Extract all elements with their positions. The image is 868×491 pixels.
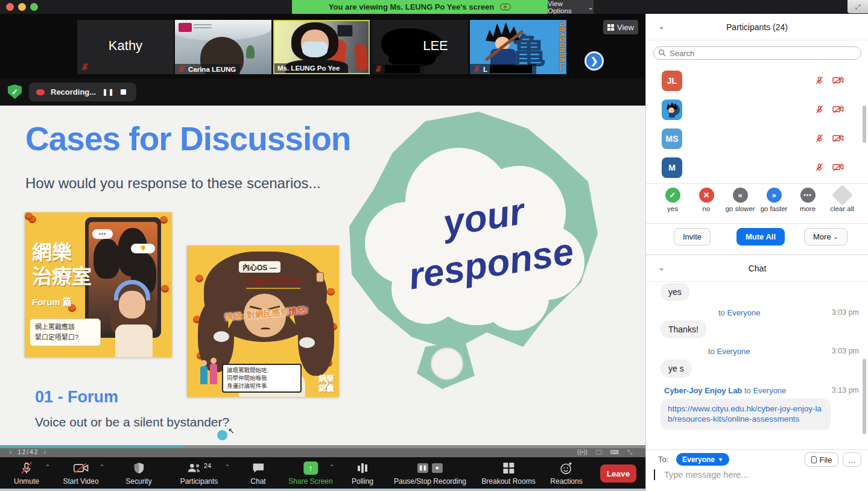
stop-recording-icon[interactable] (121, 89, 126, 95)
bubble-line2: 緊口定唔緊口? (35, 334, 78, 341)
feedback-clear-all-button[interactable]: clear all (825, 188, 859, 212)
tile-name: Ms. LEUNG Po Yee (277, 65, 340, 72)
participant-row[interactable]: MS (646, 124, 861, 153)
unmute-label: Unmute (14, 477, 39, 486)
video-strip: Kathy Carina LEUNG Ms. LEUN (0, 14, 645, 78)
mute-all-button[interactable]: Mute All (737, 228, 785, 246)
next-participants-button[interactable]: ❯ (584, 51, 604, 71)
slide-title: Cases for Discussion (25, 119, 350, 158)
participant-status (815, 134, 844, 143)
tiny-person (210, 364, 217, 384)
video-tile-carina[interactable]: Carina LEUNG (175, 20, 271, 74)
broadcast-icon: ((•)) (577, 449, 588, 456)
chat-title: Chat (646, 264, 868, 273)
file-label: File (820, 455, 832, 464)
mic-muted-icon (815, 76, 824, 85)
poster-badge: 網樂 錦囊 〉 (318, 374, 334, 394)
to-label: To: (658, 455, 668, 464)
feedback-go-faster-button[interactable]: » go faster (757, 188, 791, 212)
mic-muted-icon (14, 461, 39, 475)
search-input[interactable] (653, 46, 861, 60)
view-options-button[interactable]: View Options⌄ (548, 0, 594, 14)
poster-subtitle: Forum 篇 (32, 295, 72, 308)
security-button[interactable]: Security (125, 461, 151, 486)
eraser-icon (831, 185, 852, 206)
collapse-icon: ⤡ (627, 449, 632, 456)
pause-stop-recording-button[interactable]: ❚❚ ■ Pause/Stop Recording (394, 461, 466, 486)
slide-nav-strip: ‹ 12/42 › ((•)) 🖵 ⌨ ⤡ (0, 448, 645, 457)
cloud-recording-icon (500, 4, 511, 10)
video-tile-ms-leung[interactable]: Ms. LEUNG Po Yee (273, 20, 370, 74)
leave-button[interactable]: Leave (600, 464, 636, 483)
mic-muted-icon (473, 65, 481, 73)
smiley-plus-icon (550, 461, 582, 475)
video-options-caret[interactable]: ⌃ (99, 463, 104, 471)
polling-button[interactable]: Polling (352, 461, 373, 486)
plant (246, 45, 255, 59)
share-screen-icon: ↑ (303, 461, 318, 475)
file-button[interactable]: File (805, 452, 838, 467)
unmute-button[interactable]: Unmute (14, 461, 39, 486)
message-placeholder: Type message here... (664, 470, 748, 480)
feedback-no-button[interactable]: ✕ no (689, 188, 723, 212)
view-options-label: View Options (548, 0, 585, 14)
shield-icon (125, 461, 151, 475)
chat-scrollbar[interactable] (863, 359, 866, 434)
participant-row[interactable]: JL (646, 66, 861, 95)
mic-muted-icon (81, 63, 89, 71)
chat-dots-bubble: ••• (92, 229, 113, 239)
breakout-grid-icon (503, 463, 514, 474)
chat-message: ye s (661, 360, 692, 378)
recipient-selector[interactable]: Everyone ▼ (676, 453, 729, 466)
mic-options-caret[interactable]: ⌃ (45, 463, 50, 471)
video-tile-lee[interactable]: LEE (372, 20, 468, 74)
presentation-slide: Cases for Discussion How would you respo… (0, 106, 645, 445)
chat-label: Chat (250, 477, 265, 486)
participant-row[interactable]: M (646, 153, 861, 182)
feedback-go-slower-button[interactable]: « go slower (723, 188, 757, 212)
chat-button[interactable]: Chat (250, 461, 265, 486)
fullscreen-toggle-button[interactable]: ⤢ (847, 0, 868, 13)
reactions-button[interactable]: Reactions (550, 461, 582, 486)
pause-recording-icon[interactable]: ❚❚ (102, 88, 114, 96)
more-button[interactable]: More ⌄ (804, 228, 847, 246)
sender-name: Cyber-Joy Enjoy Lab (664, 386, 742, 395)
recipient-name: Everyone (727, 308, 760, 317)
participants-scrollbar[interactable] (863, 106, 866, 143)
grid-icon (607, 24, 614, 31)
chat-message-header: to Everyone (646, 347, 851, 356)
chat-message-link[interactable]: https://www.cityu.edu.hk/cyber-joy-enjoy… (661, 399, 831, 430)
polling-label: Polling (352, 477, 373, 486)
poster-caption: 論壇罵戰開始咗, 同學仲開始喺我 身邊討論呢件事. (222, 364, 302, 393)
screen-share-banner: You are viewing Ms. LEUNG Po Yee's scree… (292, 0, 548, 14)
participant-row[interactable] (646, 95, 861, 124)
badge-arrow-icon: 〉 (323, 376, 335, 391)
poster-anger: 內心OS — 正義非常重要 情緒: 對網民感到憤怒! 論壇罵戰開始咗, 同學仲開… (187, 246, 339, 397)
breakout-rooms-button[interactable]: Breakout Rooms (481, 461, 535, 486)
participants-options-caret[interactable]: ⌃ (224, 463, 230, 471)
feedback-yes-button[interactable]: ✓ yes (656, 188, 689, 212)
zoom-window-button[interactable] (30, 3, 38, 11)
feedback-label: go faster (757, 205, 791, 212)
tile-name: Carina LEUNG (188, 66, 236, 73)
share-options-caret[interactable]: ⌃ (329, 463, 334, 471)
meeting-info-shield-icon[interactable]: ✓ (8, 84, 22, 99)
video-tile-kathy[interactable]: Kathy (77, 20, 174, 74)
camera-off-icon (832, 105, 844, 113)
chat-composer[interactable]: Type message here... (646, 467, 868, 486)
case-question: Voice out or be a silent bystander? (35, 415, 229, 429)
slide-pager: ‹ 12/42 › (10, 449, 47, 455)
camera-off-icon (832, 163, 844, 171)
view-layout-button[interactable]: View (603, 20, 638, 34)
start-video-button[interactable]: Start Video (63, 461, 98, 486)
minimize-button[interactable] (18, 3, 26, 11)
share-screen-button[interactable]: ↑ Share Screen (288, 461, 332, 486)
chevron-down-icon: ⌄ (588, 3, 594, 11)
close-button[interactable] (6, 3, 14, 11)
participants-button[interactable]: 24 Participants (180, 461, 218, 486)
participant-status (815, 105, 844, 114)
video-tile-dragonball[interactable]: 亀 DRAGONBALL L (470, 20, 566, 74)
invite-button[interactable]: Invite (674, 228, 711, 246)
chat-more-button[interactable]: … (843, 452, 861, 467)
feedback-more-button[interactable]: ••• more (791, 188, 825, 212)
